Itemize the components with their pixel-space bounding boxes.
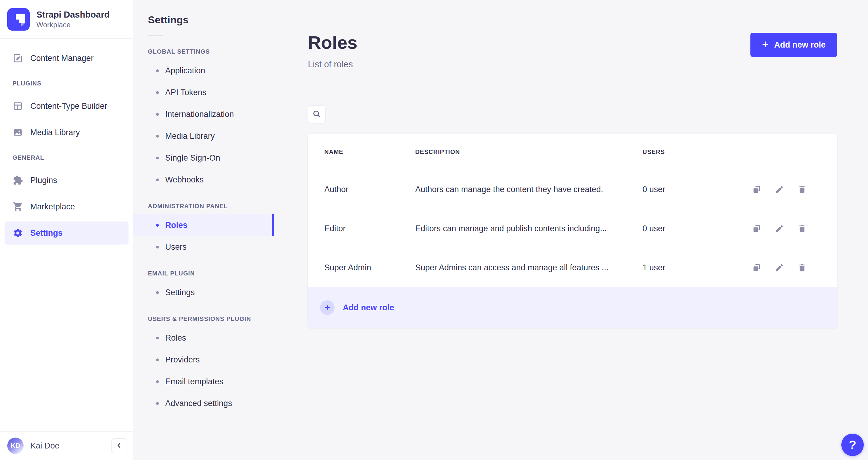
settings-item-users[interactable]: Users [133,236,274,258]
trash-icon [797,263,807,272]
nav-item-content-type-builder[interactable]: Content-Type Builder [4,95,128,118]
cell-description: Super Admins can access and manage all f… [415,263,643,272]
settings-item-label: Application [165,66,205,75]
workspace-switcher[interactable]: Strapi Dashboard Workplace [0,0,133,39]
nav-item-settings[interactable]: Settings [4,221,128,245]
edit-role-button[interactable] [775,224,784,233]
settings-item-roles-up[interactable]: Roles [133,327,274,349]
delete-role-button[interactable] [797,185,807,194]
add-new-role-button[interactable]: + Add new role [750,33,837,57]
bullet-icon [156,224,159,227]
bullet-icon [156,380,159,383]
cell-description: Authors can manage the content they have… [415,185,643,194]
cell-users: 1 user [643,263,752,272]
settings-item-api-tokens[interactable]: API Tokens [133,82,274,103]
brand-title: Strapi Dashboard [36,9,110,20]
page-header-text: Roles List of roles [308,33,357,69]
settings-item-label: API Tokens [165,88,207,97]
trash-icon [797,224,807,233]
section-administration-panel-label: ADMINISTRATION PANEL [148,203,274,210]
table-row-editor[interactable]: Editor Editors can manage and publish co… [308,209,837,248]
bullet-icon [156,402,159,405]
cell-users: 0 user [643,185,752,194]
settings-sidebar-title: Settings [148,14,274,26]
gear-icon [13,228,23,238]
nav-section-general-label: GENERAL [12,154,133,161]
chevron-left-icon [115,441,123,450]
delete-role-button[interactable] [797,224,807,233]
settings-item-advanced-settings[interactable]: Advanced settings [133,392,274,414]
settings-item-email-settings[interactable]: Settings [133,281,274,303]
trash-icon [797,185,807,194]
nav-section-plugins-label: PLUGINS [12,80,133,87]
table-row-super-admin[interactable]: Super Admin Super Admins can access and … [308,248,837,287]
cell-users: 0 user [643,224,752,233]
search-icon [312,110,321,119]
nav-item-label: Media Library [30,128,80,137]
edit-role-button[interactable] [775,185,784,194]
nav-item-label: Content Manager [30,54,94,63]
pencil-icon [775,224,784,233]
settings-item-label: Internationalization [165,110,234,119]
cell-name: Author [324,185,415,194]
feather-pen-icon [13,53,23,63]
copy-icon [752,185,761,194]
duplicate-role-button[interactable] [752,224,761,233]
settings-item-providers[interactable]: Providers [133,349,274,371]
section-users-permissions-label: USERS & PERMISSIONS PLUGIN [148,315,274,323]
settings-item-media-library[interactable]: Media Library [133,125,274,147]
bullet-icon [156,359,159,361]
settings-item-application[interactable]: Application [133,60,274,82]
settings-item-webhooks[interactable]: Webhooks [133,169,274,191]
nav-item-marketplace[interactable]: Marketplace [4,195,128,218]
nav-item-plugins[interactable]: Plugins [4,169,128,192]
settings-item-label: Users [165,242,187,252]
duplicate-role-button[interactable] [752,263,761,272]
avatar[interactable]: KD [7,437,24,454]
search-button[interactable] [308,105,326,123]
cell-name: Super Admin [324,263,415,272]
nav-item-content-manager[interactable]: Content Manager [4,47,128,70]
table-footer-add-role[interactable]: + Add new role [308,287,837,328]
nav-item-media-library[interactable]: Media Library [4,121,128,144]
column-header-description: DESCRIPTION [415,149,643,155]
page-subtitle: List of roles [308,59,357,69]
duplicate-role-button[interactable] [752,185,761,194]
settings-item-email-templates[interactable]: Email templates [133,371,274,392]
bullet-icon [156,337,159,339]
settings-item-label: Media Library [165,131,215,141]
row-actions [752,185,837,194]
cell-description: Editors can manage and publish contents … [415,224,643,233]
collapse-sidebar-button[interactable] [112,438,126,453]
bullet-icon [156,246,159,248]
settings-item-label: Roles [165,221,188,230]
help-button[interactable]: ? [841,434,864,456]
strapi-logo-icon [7,8,30,31]
row-actions [752,224,837,233]
settings-item-internationalization[interactable]: Internationalization [133,103,274,125]
settings-item-roles-admin[interactable]: Roles [133,214,274,236]
settings-item-label: Settings [165,288,195,297]
settings-item-label: Advanced settings [165,399,232,408]
table-row-author[interactable]: Author Authors can manage the content th… [308,170,837,209]
main-sidebar: Strapi Dashboard Workplace Content Manag… [0,0,133,460]
bullet-icon [156,179,159,181]
settings-item-single-sign-on[interactable]: Single Sign-On [133,147,274,169]
copy-icon [752,224,761,233]
roles-table: NAME DESCRIPTION USERS Author Authors ca… [308,134,837,328]
page-title: Roles [308,33,357,53]
row-actions [752,263,837,272]
brand-subtitle: Workplace [36,20,110,29]
delete-role-button[interactable] [797,263,807,272]
edit-role-button[interactable] [775,263,784,272]
bullet-icon [156,135,159,137]
pencil-icon [775,185,784,194]
settings-item-label: Email templates [165,377,223,386]
cell-name: Editor [324,224,415,233]
user-name: Kai Doe [30,441,59,451]
bullet-icon [156,113,159,116]
footer-add-role-label: Add new role [343,303,394,312]
bullet-icon [156,157,159,159]
layout-grid-icon [13,101,23,111]
shopping-cart-icon [13,202,23,212]
